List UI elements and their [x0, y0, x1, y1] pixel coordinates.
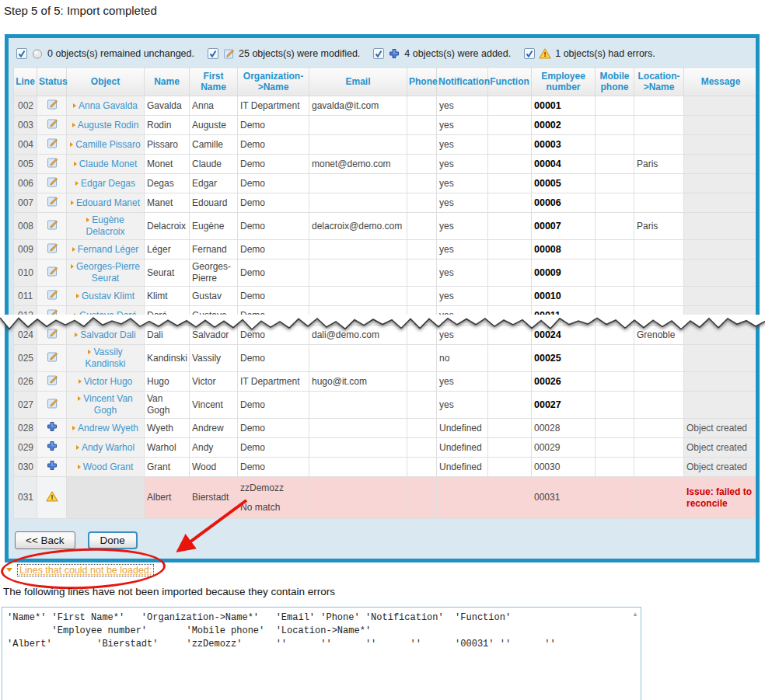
cell-email [309, 116, 407, 135]
cell-first_name: Eugène [190, 213, 238, 240]
object-link[interactable]: Andrew Wyeth [78, 423, 138, 434]
cell-location [634, 287, 684, 306]
cell-name: Pissaro [145, 135, 190, 155]
cell-notification: no [437, 345, 488, 372]
cell-email: monet@demo.com [309, 155, 407, 174]
chevron-down-icon [6, 568, 12, 572]
cell-line: 010 [14, 259, 37, 287]
cell-function [488, 116, 532, 135]
cell-function [488, 372, 532, 392]
cell-employee_number: 00001 [532, 96, 596, 116]
cell-email: delacroix@demo.com [309, 213, 407, 240]
cell-phone [407, 240, 437, 259]
cell-employee_number: 00028 [532, 419, 596, 438]
cell-line: 008 [14, 213, 37, 240]
cell-name: Degas [145, 174, 190, 193]
cell-name: Wyeth [145, 419, 190, 438]
object-link[interactable]: Edgar Degas [81, 178, 135, 189]
cell-status [37, 419, 67, 438]
cell-notification: Undefined [437, 458, 488, 477]
cell-first_name: Andrew [190, 419, 238, 438]
added-icon [46, 420, 58, 433]
object-link[interactable]: Fernand Léger [78, 244, 139, 255]
cell-object: Edouard Manet [67, 193, 145, 213]
cell-name: Léger [145, 240, 190, 259]
cell-location [634, 419, 684, 438]
cell-employee_number: 00003 [532, 135, 596, 155]
summary-added-label: 4 objects(s) were added. [404, 48, 511, 59]
cell-message [684, 240, 758, 259]
cell-location: Grenoble [634, 326, 684, 345]
errors-checkbox[interactable] [524, 48, 535, 59]
cell-email [309, 193, 407, 213]
raw-error-lines-box[interactable]: 'Name*' 'First Name*' 'Organization->Nam… [2, 607, 641, 700]
cell-function [488, 135, 532, 155]
cell-email [309, 174, 407, 193]
cell-line: 012 [14, 306, 37, 326]
object-link[interactable]: Claude Monet [79, 158, 138, 169]
cell-object: Wood Grant [67, 458, 145, 477]
table-row: 006Edgar DegasDegasEdgarDemoyes00005 [14, 174, 758, 193]
cell-notification: yes [437, 306, 488, 326]
object-link[interactable]: Auguste Rodin [78, 120, 139, 131]
import-results-panel: 0 objects(s) remained unchanged. 25 obje… [5, 34, 760, 562]
object-link[interactable]: Anna Gavalda [79, 100, 138, 111]
object-link[interactable]: Eugène Delacroix [86, 214, 124, 237]
unchanged-checkbox[interactable] [16, 48, 27, 59]
cell-message [684, 287, 758, 306]
object-link[interactable]: Gustav Klimt [82, 291, 134, 301]
object-link[interactable]: Salvador Dali [80, 329, 135, 340]
object-link[interactable]: Georges-Pierre Seurat [76, 261, 140, 284]
cell-status [37, 306, 67, 326]
modified-icon [46, 218, 58, 231]
cell-notification: Undefined [437, 438, 488, 458]
cell-location [634, 259, 684, 287]
added-checkbox[interactable] [373, 48, 384, 59]
cell-message [684, 116, 758, 135]
back-button[interactable]: << Back [15, 531, 75, 549]
cell-function [488, 477, 532, 519]
cell-organization: Demo [238, 458, 309, 477]
modified-icon [46, 350, 58, 363]
cell-line: 026 [14, 372, 37, 392]
cell-email [309, 135, 407, 155]
cell-notification: yes [437, 287, 488, 306]
object-link[interactable]: Andy Warhol [82, 442, 134, 453]
cell-name: Kandinski [145, 345, 190, 372]
cell-line: 011 [14, 287, 37, 306]
column-header: First Name [190, 68, 238, 96]
cell-object: Salvador Dali [67, 326, 145, 345]
object-link[interactable]: Camille Pissaro [75, 139, 140, 150]
cell-notification [437, 477, 488, 519]
table-row: 002Anna GavaldaGavaldaAnnaIT Departmentg… [14, 96, 758, 116]
cell-first_name: Bierstadt [190, 477, 238, 519]
cell-first_name: Georges-Pierre [190, 259, 238, 287]
cell-email [309, 345, 407, 372]
cell-first_name: Vincent [190, 392, 238, 419]
cell-name: Van Gogh [145, 392, 190, 419]
cell-message [684, 259, 758, 287]
scroll-up-arrow-icon[interactable]: ▲ [632, 611, 638, 618]
cell-status [37, 345, 67, 372]
cell-notification: yes [437, 116, 488, 135]
cell-phone [407, 259, 437, 287]
cell-phone [407, 345, 437, 372]
cell-mobile_phone [596, 213, 634, 240]
cell-location: Paris [634, 155, 684, 174]
cell-line: 004 [14, 135, 37, 155]
cell-status: ! [37, 477, 67, 519]
cell-first_name: Anna [190, 96, 238, 116]
cell-employee_number: 00002 [532, 116, 596, 135]
object-link[interactable]: Victor Hugo [84, 376, 132, 387]
cell-notification: yes [437, 174, 488, 193]
cell-notification: yes [437, 135, 488, 155]
cell-name: Grant [145, 458, 190, 477]
object-link[interactable]: Wood Grant [83, 461, 133, 472]
cell-notification: yes [437, 96, 488, 116]
modified-checkbox[interactable] [208, 48, 218, 59]
object-link[interactable]: Gustave Doré [79, 310, 137, 321]
object-link[interactable]: Edouard Manet [76, 197, 140, 208]
done-button[interactable]: Done [88, 531, 138, 549]
object-link[interactable]: Vincent Van Gogh [83, 393, 133, 416]
lines-not-loaded-link[interactable]: Lines that could not be loaded: [17, 564, 154, 576]
